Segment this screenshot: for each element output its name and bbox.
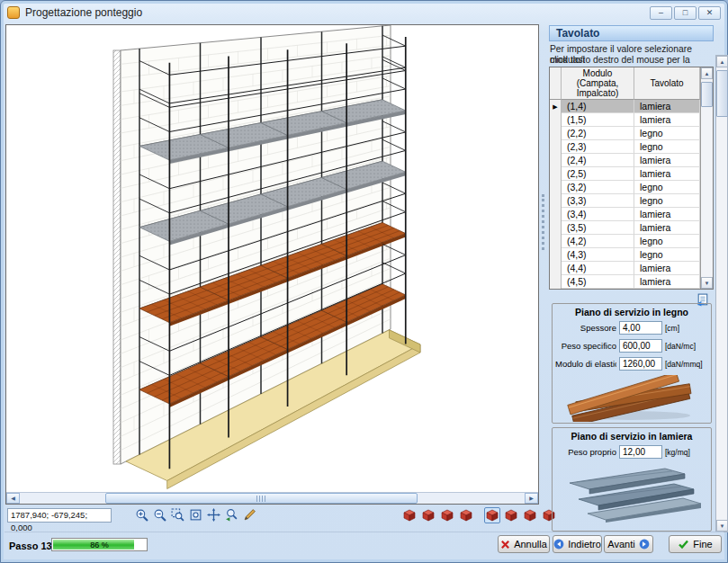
table-row[interactable]: (2,2)legno (550, 127, 713, 140)
horizontal-scrollbar[interactable]: ◀ ▶ (6, 492, 538, 504)
cell-modulo[interactable]: (2,3) (562, 140, 634, 154)
table-scrollbar[interactable]: ▲ ▼ (700, 67, 713, 289)
cell-modulo[interactable]: (4,2) (562, 235, 634, 248)
spessore-input[interactable]: 4,00 (619, 321, 662, 335)
zoom-extents-button[interactable] (187, 507, 203, 523)
cell-tavolato[interactable]: legno (634, 235, 700, 248)
cell-tavolato[interactable]: legno (634, 248, 700, 262)
table-row[interactable]: (3,5)lamiera (550, 221, 713, 235)
scroll-right-icon[interactable]: ▶ (525, 493, 538, 504)
cell-modulo[interactable]: (1,4) (562, 100, 634, 113)
minimize-button[interactable]: – (650, 6, 672, 20)
cell-tavolato[interactable]: legno (634, 140, 700, 154)
table-scroll-up-icon[interactable]: ▲ (701, 67, 713, 79)
view-toolbar (133, 506, 257, 523)
avanti-button[interactable]: Avanti (604, 535, 653, 553)
cell-modulo[interactable]: (4,4) (562, 262, 634, 275)
peso-specifico-unit: [daN/mc] (665, 342, 708, 351)
zoom-window-icon (171, 508, 184, 522)
scroll-left-icon[interactable]: ◀ (6, 493, 20, 504)
table-row[interactable]: (4,4)lamiera (550, 262, 713, 275)
deck-type-button-6[interactable] (503, 507, 519, 523)
table-row[interactable]: (3,4)lamiera (550, 208, 713, 221)
deck-type-button-3[interactable] (439, 507, 455, 523)
row-marker (550, 221, 562, 235)
cell-modulo[interactable]: (3,5) (562, 221, 634, 235)
red-cube-icon (460, 509, 472, 522)
maximize-button[interactable]: □ (674, 6, 697, 20)
scroll-thumb[interactable] (105, 493, 418, 504)
table-row[interactable]: (1,5)lamiera (550, 113, 713, 127)
panel-splitter[interactable] (542, 194, 545, 250)
zoom-out-button[interactable] (151, 507, 167, 523)
table-row[interactable]: (4,2)legno (550, 235, 713, 248)
zoom-previous-button[interactable] (223, 507, 239, 523)
panel-scrollbar[interactable]: ▲ ▼ (715, 55, 728, 532)
deck-type-button-4[interactable] (458, 507, 474, 523)
table-row[interactable]: ▶(1,4)lamiera (550, 100, 713, 113)
table-row[interactable]: (2,3)legno (550, 140, 713, 154)
col-header-modulo[interactable]: Modulo (Campata, Impalcato) (562, 67, 634, 100)
annulla-label: Annulla (514, 539, 547, 550)
cell-tavolato[interactable]: legno (634, 127, 700, 140)
col-header-tavolato[interactable]: Tavolato (634, 67, 700, 100)
peso-proprio-unit: [kg/mq] (665, 448, 708, 457)
row-marker (550, 113, 562, 127)
table-row[interactable]: (2,4)lamiera (550, 154, 713, 167)
cell-tavolato[interactable]: lamiera (634, 167, 700, 181)
cell-tavolato[interactable]: lamiera (634, 275, 700, 289)
measure-button[interactable] (241, 507, 257, 523)
cell-tavolato[interactable]: lamiera (634, 113, 700, 127)
cell-tavolato[interactable]: lamiera (634, 154, 700, 167)
indietro-button[interactable]: Indietro (553, 535, 602, 553)
cell-tavolato[interactable]: lamiera (634, 221, 700, 235)
table-scroll-thumb[interactable] (701, 82, 713, 107)
zoom-out-icon (153, 508, 166, 522)
cell-modulo[interactable]: (1,5) (562, 113, 634, 127)
cell-modulo[interactable]: (2,4) (562, 154, 634, 167)
table-scroll-down-icon[interactable]: ▼ (701, 277, 713, 289)
close-button[interactable]: ✕ (698, 6, 721, 20)
panel-scroll-up-icon[interactable]: ▲ (716, 56, 728, 67)
cell-modulo[interactable]: (2,5) (562, 167, 634, 181)
wood-planks-image (560, 375, 704, 422)
table-row[interactable]: (4,3)legno (550, 248, 713, 262)
zoom-in-button[interactable] (133, 507, 149, 523)
cell-modulo[interactable]: (3,4) (562, 208, 634, 221)
viewport[interactable]: ◀ ▶ (5, 24, 539, 505)
cell-tavolato[interactable]: lamiera (634, 262, 700, 275)
cell-modulo[interactable]: (2,2) (562, 127, 634, 140)
peso-proprio-input[interactable]: 12,00 (619, 445, 662, 459)
table-row[interactable]: (3,3)legno (550, 194, 713, 208)
cell-tavolato[interactable]: legno (634, 194, 700, 208)
scroll-track[interactable] (20, 493, 525, 504)
pan-icon (207, 508, 220, 522)
deck-type-button-5[interactable] (484, 507, 500, 523)
deck-type-button-2[interactable] (420, 507, 436, 523)
fine-button[interactable]: Fine (669, 535, 722, 553)
cell-tavolato[interactable]: lamiera (634, 100, 700, 113)
panel-scroll-thumb[interactable] (716, 70, 728, 117)
annulla-button[interactable]: Annulla (498, 535, 550, 553)
modulo-elasticita-input[interactable]: 1260,00 (619, 357, 662, 371)
cell-tavolato[interactable]: lamiera (634, 208, 700, 221)
peso-specifico-input[interactable]: 600,00 (619, 339, 662, 353)
cell-modulo[interactable]: (4,3) (562, 248, 634, 262)
check-icon (678, 539, 689, 550)
scaffolding-3d-scene[interactable] (6, 25, 538, 492)
table-row[interactable]: (4,5)lamiera (550, 275, 713, 289)
table-row[interactable]: (3,2)legno (550, 181, 713, 194)
scene-canvas[interactable] (6, 25, 538, 492)
table-row[interactable]: (2,5)lamiera (550, 167, 713, 181)
cell-tavolato[interactable]: legno (634, 181, 700, 194)
panel-scroll-down-icon[interactable]: ▼ (716, 520, 728, 532)
pan-button[interactable] (205, 507, 221, 523)
deck-type-button-1[interactable] (401, 507, 418, 523)
cell-modulo[interactable]: (3,2) (562, 181, 634, 194)
cell-modulo[interactable]: (3,3) (562, 194, 634, 208)
deck-type-button-7[interactable] (522, 507, 538, 523)
cell-modulo[interactable]: (4,5) (562, 275, 634, 289)
thumb-grip-icon (256, 496, 267, 502)
zoom-window-button[interactable] (169, 507, 185, 523)
window-title: Progettazione ponteggio (25, 6, 142, 19)
